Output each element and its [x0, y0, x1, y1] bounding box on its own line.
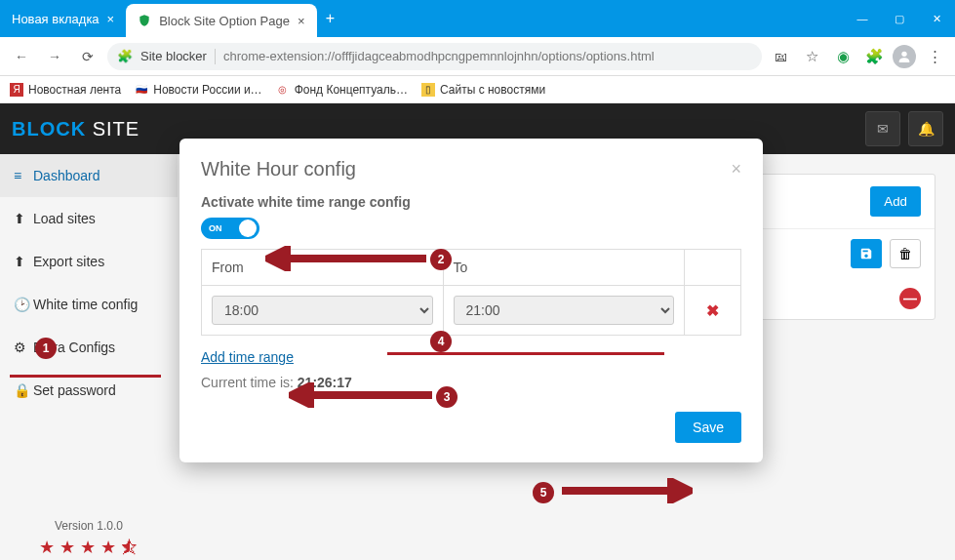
extensions-icon[interactable]: 🧩	[861, 44, 887, 69]
close-icon[interactable]: ×	[107, 12, 115, 26]
close-icon[interactable]: ×	[731, 159, 741, 180]
bookmark-item[interactable]: 🇷🇺Новости России и…	[135, 83, 261, 97]
clock-icon: 🕑	[14, 297, 27, 312]
rating-stars[interactable]: ★ ★ ★ ★ ⯪	[0, 537, 178, 560]
sidebar-item-export[interactable]: ⬆Export sites	[0, 240, 178, 283]
url-text: chrome-extension://offfjidagceabmodhpcng…	[223, 49, 655, 63]
save-button[interactable]: Save	[675, 412, 741, 443]
activate-label: Activate white time range config	[201, 194, 741, 210]
current-time-label: Current time is: 21:26:17	[201, 375, 741, 390]
bookmark-item[interactable]: ЯНовостная лента	[10, 83, 121, 97]
profile-avatar[interactable]	[893, 45, 916, 68]
window-titlebar: Новая вкладка × Block Site Option Page ×…	[0, 0, 955, 37]
white-hour-modal: White Hour config × Activate white time …	[179, 139, 763, 462]
tab-label: Block Site Option Page	[159, 14, 290, 28]
bookmark-item[interactable]: ▯Сайты с новостями	[421, 83, 545, 97]
sidebar-item-load[interactable]: ⬆Load sites	[0, 197, 178, 240]
separator	[215, 49, 216, 64]
forward-button[interactable]: →	[41, 43, 68, 70]
activate-toggle[interactable]: ON	[201, 218, 259, 239]
modal-title: White Hour config	[201, 158, 356, 180]
delete-row-button[interactable]: 🗑	[890, 239, 921, 268]
address-bar[interactable]: 🧩 Site blocker chrome-extension://offfji…	[107, 43, 762, 70]
shield-icon	[138, 14, 151, 27]
sidebar-item-white-time[interactable]: 🕑White time config	[0, 283, 178, 326]
add-time-range-link[interactable]: Add time range	[201, 349, 294, 365]
star-icon[interactable]: ☆	[799, 44, 824, 69]
bell-button[interactable]: 🔔	[908, 111, 943, 146]
toggle-knob	[239, 220, 257, 237]
mail-button[interactable]: ✉	[865, 111, 900, 146]
translate-icon[interactable]: 🖭	[768, 44, 793, 69]
extension-blocksite-icon[interactable]: ◉	[830, 44, 856, 69]
new-tab-button[interactable]: +	[317, 0, 344, 37]
time-range-table: From To 18:00 21:00 ✖	[201, 249, 741, 336]
menu-icon[interactable]: ⋮	[922, 44, 947, 69]
sidebar-item-password[interactable]: 🔒Set password	[0, 369, 178, 412]
minimize-icon[interactable]: —	[844, 0, 881, 37]
maximize-icon[interactable]: ▢	[881, 0, 918, 37]
sidebar-item-dashboard[interactable]: ≡Dashboard	[0, 154, 178, 197]
delete-range-button[interactable]: ✖	[706, 302, 719, 319]
browser-toolbar: ← → ⟳ 🧩 Site blocker chrome-extension://…	[0, 37, 955, 76]
close-icon[interactable]: ×	[298, 14, 305, 28]
tab-new[interactable]: Новая вкладка ×	[0, 0, 126, 37]
bookmark-item[interactable]: ◎Фонд Концептуаль…	[276, 83, 408, 97]
add-button[interactable]: Add	[870, 186, 921, 217]
lock-icon: 🔒	[14, 382, 27, 398]
sidebar-item-extra[interactable]: ⚙Extra Configs	[0, 326, 178, 369]
save-row-button[interactable]	[851, 239, 882, 268]
menu-icon: ≡	[14, 168, 27, 183]
block-icon[interactable]: —	[899, 288, 921, 309]
to-header: To	[443, 250, 685, 286]
to-select[interactable]: 21:00	[454, 296, 675, 325]
svg-point-0	[901, 51, 906, 56]
sidebar: ≡Dashboard ⬆Load sites ⬆Export sites 🕑Wh…	[0, 154, 178, 560]
reload-button[interactable]: ⟳	[74, 43, 101, 70]
back-button[interactable]: ←	[8, 43, 35, 70]
page-name: Site blocker	[140, 49, 207, 63]
from-header: From	[202, 250, 444, 286]
upload-icon: ⬆	[14, 211, 27, 226]
tab-active[interactable]: Block Site Option Page ×	[126, 4, 316, 37]
download-icon: ⬆	[14, 254, 27, 269]
bookmarks-bar: ЯНовостная лента 🇷🇺Новости России и… ◎Фо…	[0, 76, 955, 103]
close-window-icon[interactable]: ✕	[918, 0, 955, 37]
version-label: Version 1.0.0	[0, 511, 178, 537]
extension-icon: 🧩	[117, 49, 133, 63]
from-select[interactable]: 18:00	[212, 296, 433, 325]
app-logo: BLOCK SITE	[12, 118, 139, 140]
gear-icon: ⚙	[14, 340, 27, 355]
tab-label: Новая вкладка	[12, 12, 99, 26]
